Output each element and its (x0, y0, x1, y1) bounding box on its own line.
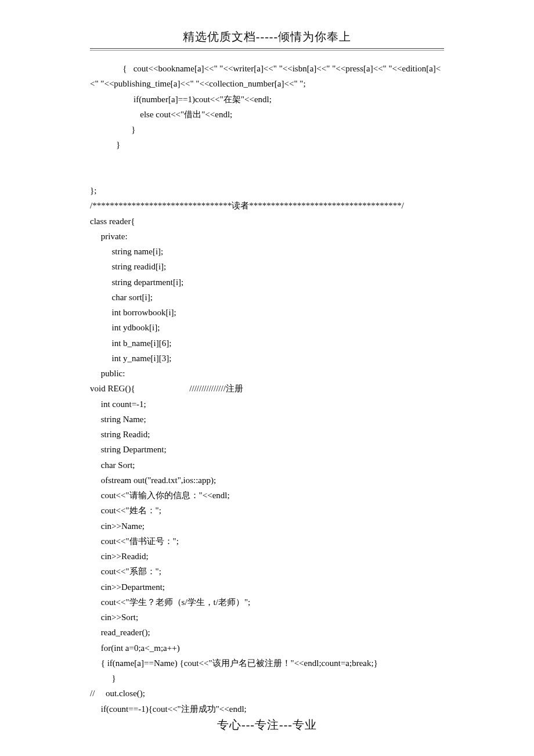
code-content: { cout<<bookname[a]<<" "<<writer[a]<<" "… (90, 61, 444, 717)
header-rule-thick (90, 48, 444, 49)
header-rule-thin (90, 50, 444, 51)
page-header: 精选优质文档-----倾情为你奉上 (90, 29, 444, 48)
page-footer: 专心---专注---专业 (0, 717, 534, 733)
document-page: 精选优质文档-----倾情为你奉上 { cout<<bookname[a]<<"… (0, 0, 534, 756)
